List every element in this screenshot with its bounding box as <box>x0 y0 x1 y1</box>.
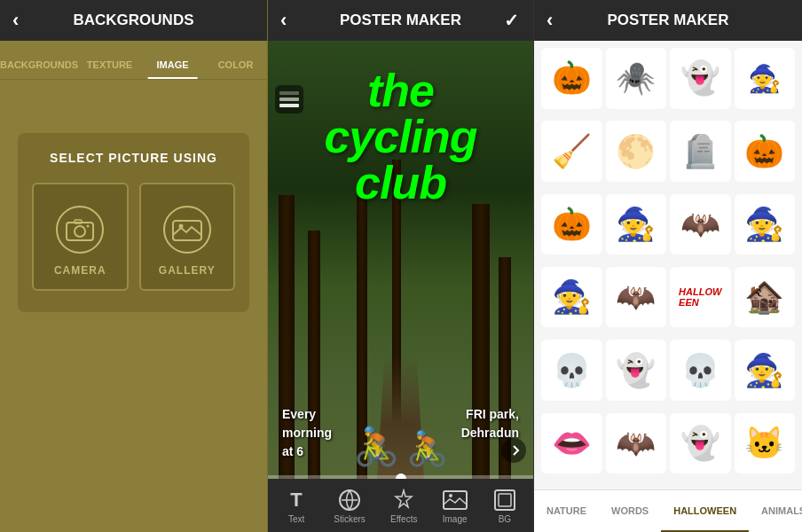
select-options: CAMERA GALLERY <box>32 183 235 291</box>
camera-label: CAMERA <box>54 264 106 277</box>
sticker-ghost[interactable]: 👻 <box>670 48 731 109</box>
sticker-pumpkin2[interactable]: 🎃 <box>735 121 796 182</box>
sticker-witch[interactable]: 🧙 <box>606 194 667 255</box>
bg-label: BG <box>499 514 511 524</box>
svg-rect-14 <box>499 494 511 506</box>
sticker-moon[interactable]: 🌕 <box>606 121 667 182</box>
sticker-bat-moon[interactable]: 🦇 <box>670 194 731 255</box>
effects-tool[interactable]: Effects <box>381 482 426 529</box>
panel1-header: ‹ BACKGROUNDS <box>0 0 267 41</box>
confirm-button[interactable]: ✓ <box>504 10 519 31</box>
title-line1: the <box>277 67 524 113</box>
stickers-panel: ‹ POSTER MAKER 🎃 🕷️ 👻 🧙 🧹 🌕 🪦 🎃 🎃 🧙 🦇 🧙 … <box>534 0 802 532</box>
gallery-icon <box>163 206 211 254</box>
title-line3: club <box>277 160 524 206</box>
figure-1: 🚴 <box>353 425 399 468</box>
sticker-grim-reaper[interactable]: 💀 <box>670 340 731 401</box>
panel3-back-button[interactable]: ‹ <box>546 9 553 32</box>
tab-image[interactable]: IMAGE <box>141 59 204 79</box>
sticker-bat2[interactable]: 🦇 <box>606 413 667 474</box>
sticker-pumpkin-group[interactable]: 🎃 <box>541 194 602 255</box>
category-words[interactable]: WORDS <box>599 490 661 532</box>
effects-label: Effects <box>390 514 417 524</box>
camera-option[interactable]: CAMERA <box>32 183 129 291</box>
sticker-lips[interactable]: 👄 <box>541 413 602 474</box>
select-title: SELECT PICTURE USING <box>32 151 235 165</box>
back-button[interactable]: ‹ <box>12 9 19 32</box>
panel2-back-button[interactable]: ‹ <box>280 9 287 32</box>
title-line2: cycling <box>277 113 524 160</box>
bg-icon <box>492 488 517 512</box>
tab-color[interactable]: COLOR <box>204 59 267 79</box>
poster-text-left[interactable]: Every morning at 6 <box>282 405 332 461</box>
image-icon <box>443 488 468 512</box>
sticker-spider[interactable]: 🕷️ <box>606 48 667 109</box>
sticker-witch-fly[interactable]: 🧙 <box>541 267 602 328</box>
svg-rect-6 <box>279 91 299 95</box>
stickers-label: Stickers <box>334 514 366 524</box>
svg-point-5 <box>178 224 183 229</box>
sticker-skull[interactable]: 💀 <box>541 340 602 401</box>
poster-figures: 🚴 🚴 <box>353 425 448 468</box>
poster-canvas[interactable]: the cycling club Every morning at 6 FRI … <box>268 41 533 532</box>
panel2-title: POSTER MAKER <box>340 12 461 29</box>
category-animals[interactable]: ANIMALS <box>749 490 802 532</box>
svg-rect-7 <box>279 98 299 101</box>
text-label: Text <box>288 514 304 524</box>
gallery-label: GALLERY <box>159 264 216 277</box>
svg-point-12 <box>449 494 452 497</box>
sticker-ghost2[interactable]: 👻 <box>606 340 667 401</box>
layers-button[interactable] <box>275 85 303 113</box>
panel3-header: ‹ POSTER MAKER <box>534 0 802 41</box>
text-tool[interactable]: T Text <box>275 482 318 529</box>
stickers-tool[interactable]: Stickers <box>325 482 374 529</box>
svg-rect-11 <box>444 491 467 509</box>
tab-texture[interactable]: TEXTURE <box>78 59 141 79</box>
sticker-grid: 🎃 🕷️ 👻 🧙 🧹 🌕 🪦 🎃 🎃 🧙 🦇 🧙 🧙 🦇 HALLOWEEN 🏚… <box>534 41 802 489</box>
panel3-title: POSTER MAKER <box>608 12 729 29</box>
gallery-option[interactable]: GALLERY <box>139 183 236 291</box>
category-nature[interactable]: NATURE <box>534 490 599 532</box>
sticker-bat[interactable]: 🦇 <box>606 267 667 328</box>
sticker-tombstone[interactable]: 🪦 <box>670 121 731 182</box>
sticker-haunted-house[interactable]: 🏚️ <box>735 267 796 328</box>
expand-button[interactable] <box>501 438 526 463</box>
category-bar: NATURE WORDS HALLOWEEN ANIMALS CARTO <box>534 489 802 532</box>
sticker-pumpkin[interactable]: 🎃 <box>541 48 602 109</box>
image-label: Image <box>443 514 468 524</box>
halloween-text-label: HALLOWEEN <box>679 286 721 308</box>
sticker-broom[interactable]: 🧹 <box>541 121 602 182</box>
stickers-icon <box>337 488 362 512</box>
effects-icon <box>391 488 416 512</box>
sticker-witch2[interactable]: 🧙 <box>735 194 796 255</box>
svg-rect-8 <box>279 104 299 107</box>
figure-2: 🚴 <box>406 429 448 468</box>
tab-backgrounds[interactable]: BACKGROUNDS <box>0 59 78 79</box>
backgrounds-panel: ‹ BACKGROUNDS BACKGROUNDS TEXTURE IMAGE … <box>0 0 268 532</box>
panel2-header: ‹ POSTER MAKER ✓ <box>268 0 533 41</box>
poster-maker-panel: ‹ POSTER MAKER ✓ the cycling club <box>268 0 534 532</box>
text-icon: T <box>284 488 309 512</box>
sticker-halloween-text[interactable]: HALLOWEEN <box>670 267 731 328</box>
select-picture-section: SELECT PICTURE USING CAMERA <box>18 133 249 312</box>
sticker-black-cat[interactable]: 🐱 <box>735 413 796 474</box>
svg-point-1 <box>75 226 85 237</box>
svg-point-3 <box>87 225 90 228</box>
sticker-ghostface[interactable]: 👻 <box>670 413 731 474</box>
poster-toolbar: T Text Stickers Effects <box>268 479 533 532</box>
tab-bar: BACKGROUNDS TEXTURE IMAGE COLOR <box>0 41 267 80</box>
bg-tool[interactable]: BG <box>484 482 526 529</box>
panel1-title: BACKGROUNDS <box>74 12 194 29</box>
category-halloween[interactable]: HALLOWEEN <box>661 490 749 532</box>
sticker-witch-hat[interactable]: 🧙 <box>735 48 796 109</box>
sticker-witch-hat2[interactable]: 🧙 <box>735 340 796 401</box>
camera-icon <box>56 206 104 254</box>
image-tool[interactable]: Image <box>434 482 476 529</box>
poster-title[interactable]: the cycling club <box>277 67 524 206</box>
